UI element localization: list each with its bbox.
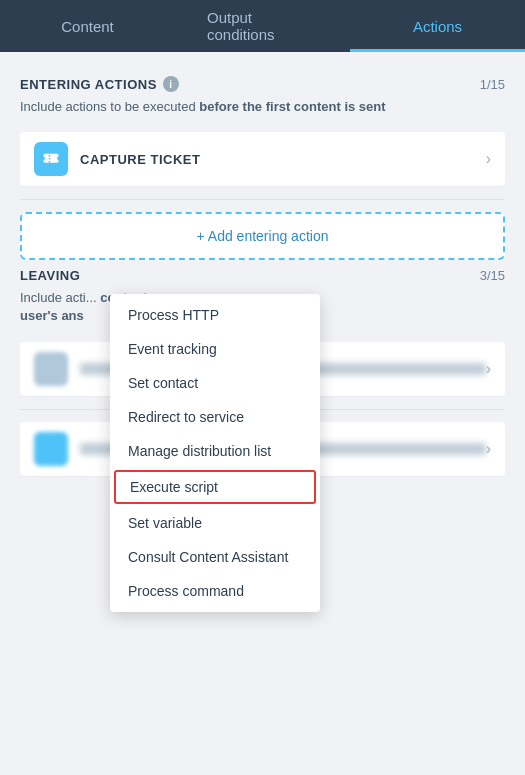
capture-ticket-label: CAPTURE TICKET bbox=[80, 152, 486, 167]
dropdown-item-event-tracking[interactable]: Event tracking bbox=[110, 332, 320, 366]
divider-1 bbox=[20, 199, 505, 200]
dropdown-item-process-command[interactable]: Process command bbox=[110, 574, 320, 608]
dropdown-item-consult-content-assistant[interactable]: Consult Content Assistant bbox=[110, 540, 320, 574]
capture-ticket-chevron: › bbox=[486, 150, 491, 168]
entering-actions-count: 1/15 bbox=[480, 77, 505, 92]
dropdown-item-process-http[interactable]: Process HTTP bbox=[110, 298, 320, 332]
entering-actions-title: ENTERING ACTIONS i bbox=[20, 76, 179, 92]
dropdown-item-manage-distribution-list[interactable]: Manage distribution list bbox=[110, 434, 320, 468]
dropdown-item-set-contact[interactable]: Set contact bbox=[110, 366, 320, 400]
tab-bar: Content Output conditions Actions bbox=[0, 0, 525, 52]
entering-actions-desc: Include actions to be executed before th… bbox=[20, 98, 505, 116]
capture-ticket-row[interactable]: CAPTURE TICKET › bbox=[20, 132, 505, 187]
leaving-actions-title: LEAVING bbox=[20, 268, 80, 283]
dropdown-item-execute-script[interactable]: Execute script bbox=[114, 470, 316, 504]
leaving-chevron-1: › bbox=[486, 360, 491, 378]
blurred-icon-1 bbox=[34, 352, 68, 386]
tab-content[interactable]: Content bbox=[0, 0, 175, 52]
leaving-actions-count: 3/15 bbox=[480, 268, 505, 283]
entering-actions-header: ENTERING ACTIONS i 1/15 bbox=[20, 76, 505, 92]
dropdown-item-redirect-to-service[interactable]: Redirect to service bbox=[110, 400, 320, 434]
info-icon: i bbox=[163, 76, 179, 92]
leaving-actions-header: LEAVING 3/15 bbox=[20, 268, 505, 283]
blurred-icon-2 bbox=[34, 432, 68, 466]
tab-actions[interactable]: Actions bbox=[350, 0, 525, 52]
add-entering-action-label: + Add entering action bbox=[197, 228, 329, 244]
dropdown-menu: Process HTTP Event tracking Set contact … bbox=[110, 294, 320, 612]
ticket-icon bbox=[42, 150, 60, 168]
tab-output-conditions[interactable]: Output conditions bbox=[175, 0, 350, 52]
dropdown-item-set-variable[interactable]: Set variable bbox=[110, 506, 320, 540]
capture-ticket-icon-box bbox=[34, 142, 68, 176]
leaving-chevron-2: › bbox=[486, 440, 491, 458]
add-entering-action-button[interactable]: + Add entering action bbox=[20, 212, 505, 260]
main-content: ENTERING ACTIONS i 1/15 Include actions … bbox=[0, 52, 525, 775]
